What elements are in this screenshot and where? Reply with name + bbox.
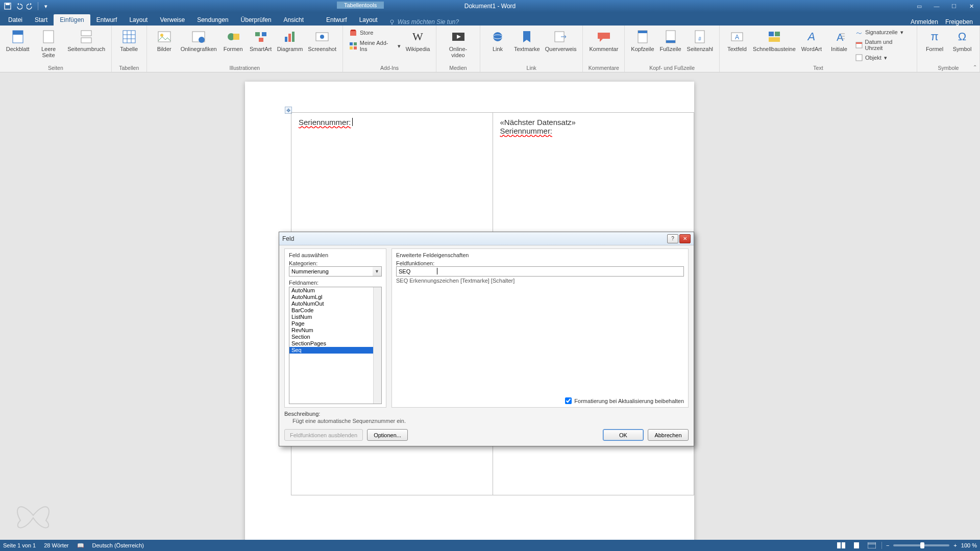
store-button[interactable]: Store <box>347 28 403 38</box>
tab-sendungen[interactable]: Sendungen <box>191 14 234 26</box>
list-item[interactable]: AutoNumOut <box>289 300 381 307</box>
chart-button[interactable]: Diagramm <box>275 28 305 53</box>
proofing-icon[interactable]: 📖 <box>77 542 84 549</box>
table-button[interactable]: Tabelle <box>116 28 142 53</box>
link-button[interactable]: Link <box>484 28 511 53</box>
list-item[interactable]: ListNum <box>289 314 381 320</box>
close-icon[interactable]: ✕ <box>963 0 980 12</box>
list-item[interactable]: Seq <box>289 347 381 354</box>
zoom-slider[interactable] <box>893 544 949 546</box>
dialog-close-icon[interactable]: ✕ <box>679 234 691 243</box>
crossref-button[interactable]: Querverweis <box>543 28 579 53</box>
svg-rect-22 <box>285 37 287 42</box>
list-item[interactable]: AutoNum <box>289 287 381 294</box>
wikipedia-button[interactable]: WWikipedia <box>404 28 432 53</box>
ribbon-display-icon[interactable]: ▭ <box>911 0 928 12</box>
tab-ansicht[interactable]: Ansicht <box>278 14 310 26</box>
group-label-illustrationen: Illustrationen <box>230 64 260 71</box>
pictures-button[interactable]: Bilder <box>151 28 178 53</box>
tab-verweise[interactable]: Verweise <box>154 14 191 26</box>
page-break-button[interactable]: Seitenumbruch <box>66 28 107 53</box>
undo-icon[interactable] <box>14 2 23 11</box>
online-video-button[interactable]: Online-video <box>440 28 476 59</box>
zoom-in-button[interactable]: + <box>953 542 957 548</box>
fieldfunc-input[interactable] <box>396 266 684 277</box>
categories-select[interactable] <box>289 266 382 277</box>
status-words[interactable]: 28 Wörter <box>44 542 68 548</box>
cancel-button[interactable]: Abbrechen <box>648 429 689 441</box>
tab-start[interactable]: Start <box>29 14 54 26</box>
web-layout-icon[interactable] <box>866 541 877 549</box>
quickparts-button[interactable]: Schnellbausteine <box>751 28 797 53</box>
smartart-button[interactable]: SmartArt <box>248 28 274 53</box>
status-page[interactable]: Seite 1 von 1 <box>3 542 36 548</box>
description-text: Fügt eine automatische Sequenznummer ein… <box>284 417 689 424</box>
listbox-scrollbar[interactable] <box>373 287 381 404</box>
tab-layout[interactable]: Layout <box>123 14 154 26</box>
online-pictures-button[interactable]: Onlinegrafiken <box>179 28 219 53</box>
tab-table-layout[interactable]: Layout <box>353 14 384 26</box>
chevron-down-icon[interactable]: ▼ <box>373 266 382 277</box>
fieldnames-listbox[interactable]: AutoNum AutoNumLgl AutoNumOut BarCode Li… <box>289 287 382 404</box>
tab-table-entwurf[interactable]: Entwurf <box>320 14 353 26</box>
options-button[interactable]: Optionen... <box>367 429 408 441</box>
svg-rect-19 <box>255 32 260 36</box>
contextual-tab-label: Tabellentools <box>337 2 384 9</box>
table-cell[interactable]: «Nächster Datensatz» Seriennummer: <box>493 113 694 240</box>
signature-line-button[interactable]: Signaturzeile ▾ <box>853 28 913 37</box>
header-button[interactable]: Kopfzeile <box>629 28 656 53</box>
dropcap-button[interactable]: AInitiale <box>826 28 852 53</box>
checkbox-input[interactable] <box>565 397 572 404</box>
collapse-ribbon-icon[interactable]: ⌃ <box>973 64 977 70</box>
tab-einfuegen[interactable]: Einfügen <box>54 14 90 26</box>
blank-page-button[interactable]: Leere Seite <box>32 28 64 59</box>
footer-button[interactable]: Fußzeile <box>657 28 684 53</box>
ok-button[interactable]: OK <box>603 429 644 441</box>
my-addins-button[interactable]: Meine Add-Ins ▾ <box>347 39 403 53</box>
qat-customize-icon[interactable]: ▾ <box>41 2 51 11</box>
list-item[interactable]: SectionPages <box>289 340 381 347</box>
list-item[interactable]: RevNum <box>289 327 381 334</box>
list-item[interactable]: BarCode <box>289 307 381 314</box>
minimize-icon[interactable]: — <box>928 0 945 12</box>
comment-button[interactable]: Kommentar <box>587 28 620 53</box>
dialog-titlebar[interactable]: Feld ? ✕ <box>279 232 694 245</box>
tell-me-search[interactable]: Was möchten Sie tun? <box>389 18 459 26</box>
redo-icon[interactable] <box>26 2 35 11</box>
screenshot-button[interactable]: Screenshot <box>306 28 338 53</box>
textbox-button[interactable]: ATextfeld <box>724 28 750 53</box>
print-layout-icon[interactable] <box>851 541 862 549</box>
object-button[interactable]: Objekt ▾ <box>853 53 913 62</box>
date-time-button[interactable]: Datum und Uhrzeit <box>853 38 913 52</box>
dialog-help-icon[interactable]: ? <box>667 234 678 243</box>
group-label-link: Link <box>527 64 536 71</box>
wordart-button[interactable]: AWordArt <box>798 28 825 53</box>
shapes-button[interactable]: Formen <box>220 28 247 53</box>
share-button[interactable]: Freigeben <box>945 18 973 26</box>
signin-button[interactable]: Anmelden <box>911 18 938 26</box>
svg-point-26 <box>320 35 324 39</box>
table-cell[interactable]: Seriennummer: <box>291 113 493 240</box>
symbol-button[interactable]: ΩSymbol <box>949 28 975 53</box>
svg-text:#: # <box>699 36 702 42</box>
bookmark-button[interactable]: Textmarke <box>512 28 542 53</box>
group-label-seiten: Seiten <box>48 64 63 71</box>
maximize-icon[interactable]: ☐ <box>945 0 963 12</box>
equation-button[interactable]: πFormel <box>921 28 948 53</box>
tab-entwurf[interactable]: Entwurf <box>90 14 124 26</box>
save-icon[interactable] <box>3 2 12 11</box>
list-item[interactable]: AutoNumLgl <box>289 294 381 300</box>
zoom-level[interactable]: 100 % <box>961 542 977 548</box>
status-language[interactable]: Deutsch (Österreich) <box>92 542 144 548</box>
page-number-button[interactable]: #Seitenzahl <box>685 28 715 53</box>
cover-page-button[interactable]: Deckblatt <box>4 28 31 53</box>
preserve-formatting-checkbox[interactable]: Formatierung bei Aktualisierung beibehal… <box>565 397 684 404</box>
zoom-out-button[interactable]: − <box>886 542 889 548</box>
tab-ueberpruefen[interactable]: Überprüfen <box>235 14 278 26</box>
tab-datei[interactable]: Datei <box>2 14 29 26</box>
svg-rect-24 <box>292 32 295 42</box>
svg-point-16 <box>199 37 205 43</box>
read-mode-icon[interactable] <box>836 541 847 549</box>
list-item[interactable]: Section <box>289 334 381 340</box>
list-item[interactable]: Page <box>289 320 381 327</box>
